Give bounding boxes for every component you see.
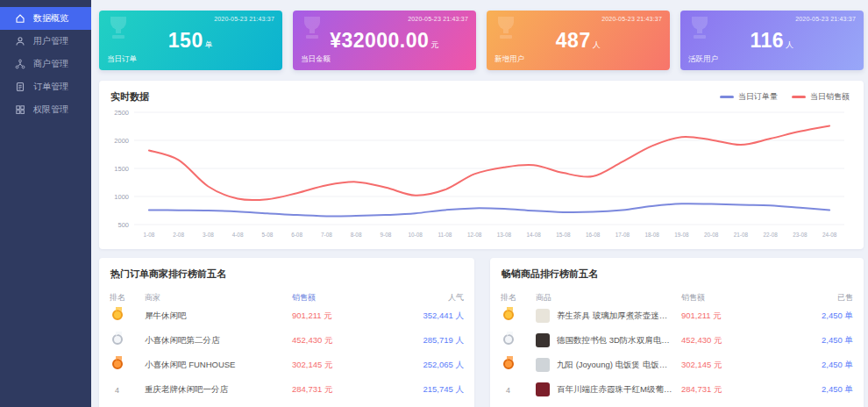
- svg-text:16-08: 16-08: [586, 232, 601, 238]
- header-sold: 已售: [779, 292, 853, 303]
- sales-value: 284,731 元: [681, 384, 779, 396]
- svg-text:20-08: 20-08: [704, 232, 719, 238]
- svg-text:22-08: 22-08: [763, 232, 778, 238]
- order-icon: [15, 82, 25, 92]
- merchant-name: 小喜休闲吧第二分店: [145, 335, 292, 346]
- table-row: 4 百年川端庄赤霞珠干红M级葡萄酒整箱三件… 284,731 元 2,450 单: [490, 377, 864, 402]
- sold-value: 2,450 单: [779, 311, 853, 322]
- chart-legend: 当日订单量 当日销售额: [720, 91, 850, 103]
- card-unit: 人: [786, 40, 794, 49]
- rank-cell: [110, 359, 145, 371]
- svg-text:10-08: 10-08: [408, 232, 423, 238]
- user-icon: [15, 36, 25, 46]
- svg-text:24-08: 24-08: [822, 232, 837, 238]
- svg-text:2000: 2000: [114, 137, 129, 145]
- header-rank: 排名: [501, 292, 536, 303]
- product-name: 养生茶具 玻璃加厚煮茶壶迷你1.5L: [557, 311, 674, 322]
- sales-value: 901,211 元: [681, 311, 779, 322]
- svg-text:11-08: 11-08: [438, 232, 452, 238]
- rank-cell: [501, 359, 536, 371]
- svg-text:15-08: 15-08: [556, 232, 571, 238]
- card-number: 487: [556, 29, 591, 52]
- rank-cell: [501, 334, 536, 346]
- card-value: ¥32000.00元: [293, 29, 476, 53]
- sold-value: 2,450 单: [779, 335, 853, 346]
- popularity-value: 352,441 人: [390, 311, 464, 322]
- product-image: [536, 358, 550, 372]
- merchant-name: 犀牛休闲吧: [145, 311, 292, 322]
- svg-text:18-08: 18-08: [644, 232, 659, 238]
- dashboard-icon: [15, 13, 25, 24]
- rank-cell: [110, 310, 145, 322]
- svg-text:21-08: 21-08: [734, 232, 749, 238]
- merchant-icon: [15, 59, 25, 69]
- card-unit: 人: [593, 40, 601, 49]
- popularity-value: 215,745 人: [390, 384, 464, 396]
- merchant-ranking-panel: 热门订单商家排行榜前五名 排名 商家 销售额 人气 犀牛休闲吧 901,211 …: [99, 258, 474, 407]
- table-row: 九阳 (Joyoung) 电饭煲 电饭锅 3L 4-5人 302,145 元 2…: [490, 353, 864, 377]
- product-image: [536, 382, 550, 396]
- card-unit: 元: [430, 40, 439, 49]
- line-chart: 25002000150010005001-082-083-084-085-086…: [103, 105, 858, 244]
- card-number: 150: [168, 29, 203, 52]
- sales-value: 901,211 元: [292, 311, 390, 322]
- product-ranking-panel: 畅销商品排行榜前五名 排名 商品 销售额 已售 养生茶具 玻璃加厚煮茶壶迷你1.…: [490, 258, 864, 407]
- sidebar-item-orders[interactable]: 订单管理: [0, 75, 91, 98]
- header-popularity: 人气: [390, 292, 464, 303]
- stat-card-new-users: 2020-05-23 21:43:37 487人 新增用户: [487, 11, 670, 70]
- silver-medal-icon: [112, 334, 123, 345]
- svg-text:8-08: 8-08: [351, 232, 362, 238]
- rank-cell: 4: [110, 385, 145, 395]
- card-timestamp: 2020-05-23 21:43:37: [795, 16, 856, 22]
- sales-value: 452,430 元: [681, 335, 779, 346]
- svg-text:5-08: 5-08: [262, 232, 274, 238]
- realtime-chart-panel: 实时数据 当日订单量 当日销售额 25002000150010005001-08…: [99, 81, 864, 249]
- sidebar-item-merchants[interactable]: 商户管理: [0, 53, 91, 75]
- sidebar: 数据概览 用户管理 商户管理 订单管理 权限管理: [0, 0, 91, 407]
- table-row: 德国数控书包 3D防水双肩电脑包充电旅行 452,430 元 2,450 单: [490, 328, 864, 353]
- header-sales[interactable]: 销售额: [292, 292, 390, 303]
- stat-cards-row: 2020-05-23 21:43:37 150单 当日订单 2020-05-23…: [91, 0, 868, 70]
- svg-text:1-08: 1-08: [144, 232, 155, 238]
- merchant-name: 重庆老牌休闲吧一分店: [145, 384, 292, 396]
- rank-cell: 4: [501, 385, 536, 395]
- sales-value: 452,430 元: [292, 335, 390, 346]
- sidebar-item-permissions[interactable]: 权限管理: [0, 98, 91, 121]
- card-unit: 单: [205, 40, 214, 49]
- header-sales: 销售额: [681, 292, 779, 303]
- card-number: 116: [750, 29, 784, 52]
- bronze-medal-icon: [112, 359, 123, 369]
- legend-line-marker: [792, 96, 806, 98]
- legend-line-marker: [720, 96, 734, 98]
- card-timestamp: 2020-05-23 21:43:37: [408, 16, 468, 22]
- card-label: 当日金额: [301, 54, 331, 65]
- silver-medal-icon: [503, 334, 514, 345]
- sales-value: 284,731 元: [292, 384, 390, 396]
- sales-value: 302,145 元: [681, 360, 779, 371]
- sidebar-item-overview[interactable]: 数据概览: [0, 7, 91, 30]
- card-label: 活跃用户: [688, 54, 718, 65]
- svg-text:500: 500: [117, 221, 129, 229]
- stat-card-active-users: 2020-05-23 21:43:37 116人 活跃用户: [680, 11, 864, 70]
- sidebar-item-label: 权限管理: [33, 104, 68, 116]
- sold-value: 2,450 单: [779, 384, 853, 396]
- legend-item-orders[interactable]: 当日订单量: [720, 91, 778, 103]
- sidebar-item-users[interactable]: 用户管理: [0, 30, 91, 53]
- product-name: 百年川端庄赤霞珠干红M级葡萄酒整箱三件…: [557, 384, 674, 396]
- popularity-value: 285,719 人: [390, 335, 464, 346]
- gold-medal-icon: [112, 310, 123, 320]
- table-row: 小喜休闲吧第二分店 452,430 元 285,719 人: [99, 328, 474, 353]
- sold-value: 2,450 单: [779, 360, 853, 371]
- card-label: 新增用户: [494, 54, 524, 65]
- popularity-value: 252,065 人: [390, 360, 464, 371]
- svg-text:14-08: 14-08: [526, 232, 541, 238]
- product-cell: 养生茶具 玻璃加厚煮茶壶迷你1.5L: [536, 309, 681, 323]
- legend-item-sales[interactable]: 当日销售额: [792, 91, 850, 103]
- card-timestamp: 2020-05-23 21:43:37: [214, 16, 274, 22]
- table-title: 热门订单商家排行榜前五名: [99, 258, 474, 281]
- card-value: 150单: [99, 29, 282, 53]
- rank-number: 4: [115, 386, 119, 395]
- merchant-name: 小喜休闲吧 FUNHOUSE: [145, 360, 292, 371]
- svg-text:23-08: 23-08: [793, 232, 808, 238]
- svg-text:12-08: 12-08: [467, 232, 482, 238]
